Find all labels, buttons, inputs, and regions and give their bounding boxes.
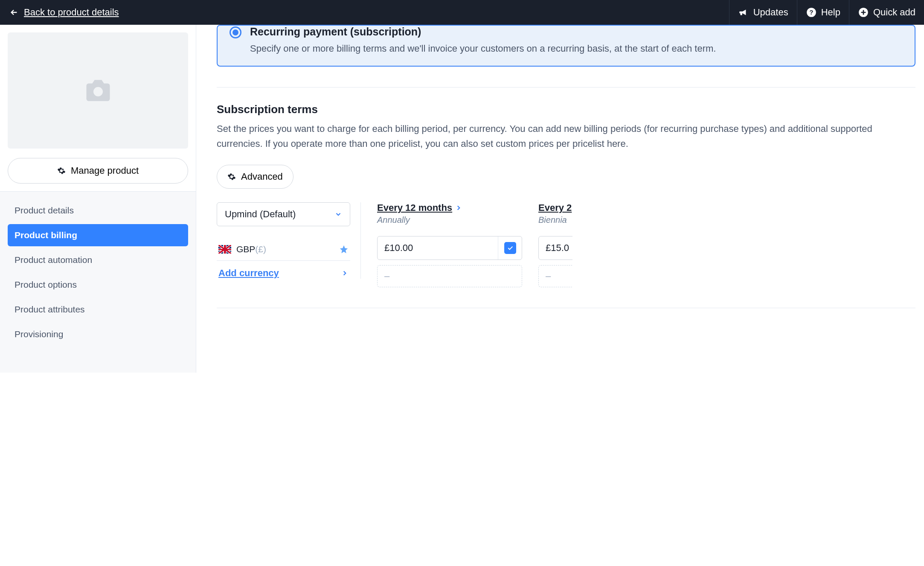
price-input-24-months[interactable]: £15.0 — [538, 236, 572, 260]
sidebar-nav: Product details Product billing Product … — [0, 192, 196, 356]
recurring-payment-title: Recurring payment (subscription) — [250, 26, 716, 38]
flag-uk-icon — [218, 245, 231, 254]
svg-text:?: ? — [809, 9, 813, 16]
subscription-terms-desc: Set the prices you want to charge for ea… — [217, 121, 915, 151]
price-value: £10.00 — [378, 236, 498, 260]
updates-label: Updates — [753, 7, 788, 18]
main-content: Recurring payment (subscription) Specify… — [196, 25, 924, 373]
plus-circle-icon — [858, 7, 869, 18]
pricelist-select[interactable]: Upmind (Default) — [217, 202, 350, 226]
price-input-12-months[interactable]: £10.00 — [377, 236, 522, 260]
recurring-payment-option[interactable]: Recurring payment (subscription) Specify… — [217, 25, 915, 67]
gear-icon — [57, 166, 66, 175]
nav-provisioning[interactable]: Provisioning — [8, 323, 188, 345]
nav-product-details[interactable]: Product details — [8, 199, 188, 222]
price-value: £15.0 — [539, 236, 572, 260]
manage-product-label: Manage product — [71, 165, 139, 176]
help-button[interactable]: ? Help — [797, 0, 849, 25]
radio-selected-icon — [230, 26, 241, 38]
period-subtitle: Annually — [377, 215, 522, 225]
divider — [217, 308, 915, 308]
price-placeholder-row: – — [377, 265, 522, 287]
subscription-terms-heading: Subscription terms — [217, 103, 924, 116]
back-link-label: Back to product details — [24, 7, 119, 18]
price-placeholder-row: – — [538, 265, 572, 287]
nav-product-automation[interactable]: Product automation — [8, 249, 188, 271]
back-to-product-details-link[interactable]: Back to product details — [0, 7, 128, 18]
divider — [217, 87, 915, 88]
chevron-down-icon — [334, 210, 342, 218]
updates-button[interactable]: Updates — [729, 0, 797, 25]
help-icon: ? — [806, 7, 817, 18]
nav-product-billing[interactable]: Product billing — [8, 224, 188, 246]
topbar: Back to product details Updates ? Help Q… — [0, 0, 924, 25]
nav-product-options[interactable]: Product options — [8, 274, 188, 296]
add-currency-label: Add currency — [218, 268, 279, 279]
svg-point-3 — [93, 87, 103, 96]
currency-row-gbp[interactable]: GBP(£) — [217, 238, 350, 261]
chevron-right-icon — [455, 204, 462, 212]
period-title-link[interactable]: Every 2 — [538, 202, 572, 213]
price-enabled-checkbox[interactable] — [498, 236, 522, 260]
currency-code: GBP(£) — [236, 244, 266, 254]
star-icon — [339, 245, 349, 254]
megaphone-icon — [738, 7, 749, 18]
check-icon — [507, 245, 514, 251]
pricelist-select-value: Upmind (Default) — [225, 209, 296, 220]
period-column-12-months: Every 12 months Annually £10.00 – — [377, 202, 522, 287]
advanced-button[interactable]: Advanced — [217, 165, 293, 189]
arrow-left-icon — [9, 8, 19, 17]
product-image-placeholder[interactable] — [8, 32, 188, 149]
recurring-payment-desc: Specify one or more billing terms and we… — [250, 41, 716, 55]
period-column-24-months: Every 2 Biennia £15.0 – — [538, 202, 572, 287]
nav-product-attributes[interactable]: Product attributes — [8, 298, 188, 321]
camera-icon — [84, 79, 112, 102]
quick-add-label: Quick add — [873, 7, 915, 18]
chevron-right-icon — [341, 269, 349, 277]
help-label: Help — [821, 7, 840, 18]
add-currency-link[interactable]: Add currency — [217, 261, 350, 279]
period-title-link[interactable]: Every 12 months — [377, 202, 462, 213]
pricing-grid: Upmind (Default) GBP(£) Add currency — [217, 202, 924, 287]
period-subtitle: Biennia — [538, 215, 572, 225]
advanced-label: Advanced — [241, 171, 283, 182]
quick-add-button[interactable]: Quick add — [849, 0, 924, 25]
manage-product-button[interactable]: Manage product — [8, 158, 188, 184]
sidebar: Manage product Product details Product b… — [0, 25, 196, 373]
gear-icon — [227, 172, 236, 181]
